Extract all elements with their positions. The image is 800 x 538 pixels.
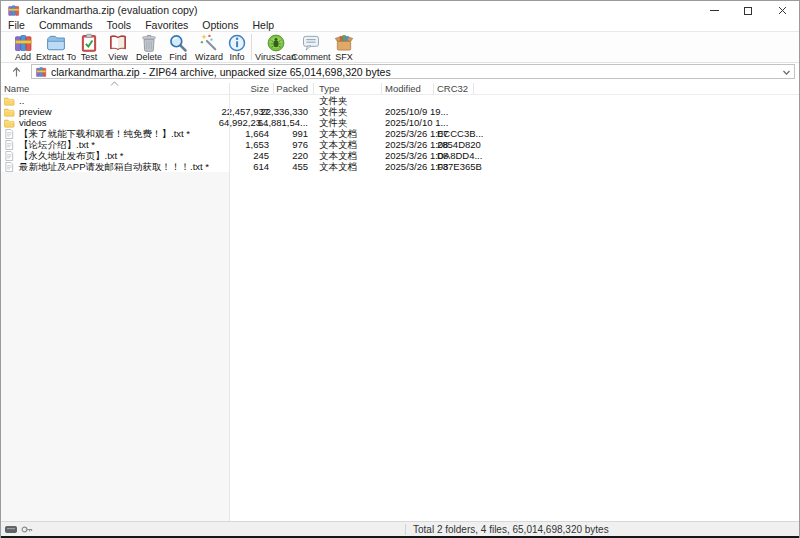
comment-label: Comment xyxy=(291,53,331,62)
wizard-label: Wizard xyxy=(191,53,227,62)
wizard-button[interactable]: Wizard xyxy=(191,32,227,62)
menu-help[interactable]: Help xyxy=(246,19,282,31)
row-name-cell: videos xyxy=(4,117,46,128)
menu-tools[interactable]: Tools xyxy=(100,19,139,31)
chevron-down-icon[interactable] xyxy=(781,67,792,78)
address-bar: clarkandmartha.zip - ZIP64 archive, unpa… xyxy=(1,63,799,81)
column-separator[interactable] xyxy=(381,83,382,94)
file-name: .. xyxy=(19,95,24,106)
maximize-button[interactable] xyxy=(731,1,765,20)
column-header-modified[interactable]: Modified xyxy=(385,83,421,94)
disk-icon[interactable] xyxy=(5,525,17,534)
sfx-button[interactable]: SFX xyxy=(329,32,359,62)
menu-bar: File Commands Tools Favorites Options He… xyxy=(1,19,799,32)
window-title: clarkandmartha.zip (evaluation copy) xyxy=(26,4,198,16)
find-button[interactable]: Find xyxy=(164,32,192,62)
up-directory-button[interactable] xyxy=(7,65,25,79)
column-separator[interactable] xyxy=(433,83,434,94)
archive-icon xyxy=(35,66,47,78)
table-row-txt-1[interactable]: 【来了就能下载和观看！纯免费！】.txt * 1,664 991 文本文档 20… xyxy=(1,128,799,139)
table-row-txt-2[interactable]: 【论坛介绍】.txt * 1,653 976 文本文档 2025/3/26 1:… xyxy=(1,139,799,150)
folder-icon xyxy=(4,107,15,117)
toolbar-separator xyxy=(251,34,252,60)
virusscan-icon xyxy=(266,33,286,53)
menu-commands[interactable]: Commands xyxy=(32,19,100,31)
text-document-icon xyxy=(4,129,15,139)
row-name-cell: 【永久地址发布页】.txt * xyxy=(4,150,124,161)
info-button[interactable]: Info xyxy=(224,32,250,62)
text-document-icon xyxy=(4,151,15,161)
row-name-cell: preview xyxy=(4,106,52,117)
text-document-icon xyxy=(4,162,15,172)
column-header-crc32[interactable]: CRC32 xyxy=(437,83,468,94)
row-name-cell: 【来了就能下载和观看！纯免费！】.txt * xyxy=(4,128,190,139)
file-type: 文本文档 xyxy=(319,150,357,161)
file-crc32: F37E365B xyxy=(437,161,482,172)
close-button[interactable] xyxy=(765,1,799,20)
file-type: 文件夹 xyxy=(319,95,348,106)
file-packed: 64,881,54... xyxy=(232,117,308,128)
file-packed: 976 xyxy=(232,139,308,150)
row-name-cell: 【论坛介绍】.txt * xyxy=(4,139,95,150)
file-packed: 455 xyxy=(232,161,308,172)
menu-options[interactable]: Options xyxy=(195,19,245,31)
test-clipboard-icon xyxy=(79,33,99,53)
file-modified: 2025/10/9 19... xyxy=(385,106,448,117)
add-archive-icon xyxy=(13,33,33,53)
delete-button[interactable]: Delete xyxy=(133,32,165,62)
column-separator[interactable] xyxy=(313,83,314,94)
maximize-icon xyxy=(744,7,752,15)
menu-favorites[interactable]: Favorites xyxy=(138,19,195,31)
arrow-up-icon xyxy=(12,67,21,77)
column-separator[interactable] xyxy=(273,83,274,94)
file-type: 文本文档 xyxy=(319,128,357,139)
sorted-column-line xyxy=(229,95,230,521)
folder-icon xyxy=(4,118,15,128)
key-icon[interactable] xyxy=(21,525,33,534)
menu-file[interactable]: File xyxy=(1,19,32,31)
file-type: 文件夹 xyxy=(319,117,348,128)
file-crc32: ECCC3B... xyxy=(437,128,483,139)
view-button[interactable]: View xyxy=(104,32,132,62)
extract-to-button[interactable]: Extract To xyxy=(33,32,79,62)
find-magnifier-icon xyxy=(168,33,188,53)
file-crc32: DA8DD4... xyxy=(437,150,482,161)
file-list[interactable]: .. 文件夹 preview 22,457,937 22,336,330 文件夹… xyxy=(1,95,799,521)
table-row-txt-4[interactable]: 最新地址及APP请发邮箱自动获取！！！.txt * 614 455 文本文档 2… xyxy=(1,161,799,172)
test-button[interactable]: Test xyxy=(75,32,103,62)
test-label: Test xyxy=(75,53,103,62)
info-label: Info xyxy=(224,53,250,62)
file-name: videos xyxy=(19,117,46,128)
delete-label: Delete xyxy=(133,53,165,62)
close-icon xyxy=(778,6,787,15)
table-row-videos[interactable]: videos 64,992,23... 64,881,54... 文件夹 202… xyxy=(1,117,799,128)
column-separator[interactable] xyxy=(229,83,230,94)
archive-path-combobox[interactable]: clarkandmartha.zip - ZIP64 archive, unpa… xyxy=(31,64,795,79)
status-total: Total 2 folders, 4 files, 65,014,698,320… xyxy=(413,524,609,535)
minimize-button[interactable] xyxy=(697,1,731,20)
view-label: View xyxy=(104,53,132,62)
file-crc32: 2854D820 xyxy=(437,139,481,150)
minimize-icon xyxy=(710,10,719,11)
comment-button[interactable]: Comment xyxy=(291,32,331,62)
extract-to-label: Extract To xyxy=(33,53,79,62)
file-type: 文本文档 xyxy=(319,161,357,172)
column-separator[interactable] xyxy=(473,83,474,94)
column-header-type[interactable]: Type xyxy=(319,83,340,94)
row-name-cell: 最新地址及APP请发邮箱自动获取！！！.txt * xyxy=(4,161,209,172)
find-label: Find xyxy=(164,53,192,62)
folder-up-icon xyxy=(4,96,15,106)
table-row-preview[interactable]: preview 22,457,937 22,336,330 文件夹 2025/1… xyxy=(1,106,799,117)
column-header-packed[interactable]: Packed xyxy=(232,83,308,94)
sort-ascending-icon xyxy=(110,81,119,86)
file-type: 文本文档 xyxy=(319,139,357,150)
delete-trash-icon xyxy=(139,33,159,53)
view-book-icon xyxy=(108,33,128,53)
table-row-txt-3[interactable]: 【永久地址发布页】.txt * 245 220 文本文档 2025/3/26 1… xyxy=(1,150,799,161)
file-type: 文件夹 xyxy=(319,106,348,117)
table-row-updir[interactable]: .. 文件夹 xyxy=(1,95,799,106)
winrar-app-icon[interactable] xyxy=(7,4,20,17)
toolbar: Add Extract To Test View xyxy=(1,32,799,63)
file-name: 最新地址及APP请发邮箱自动获取！！！.txt * xyxy=(19,161,209,172)
column-header-name[interactable]: Name xyxy=(4,83,29,94)
